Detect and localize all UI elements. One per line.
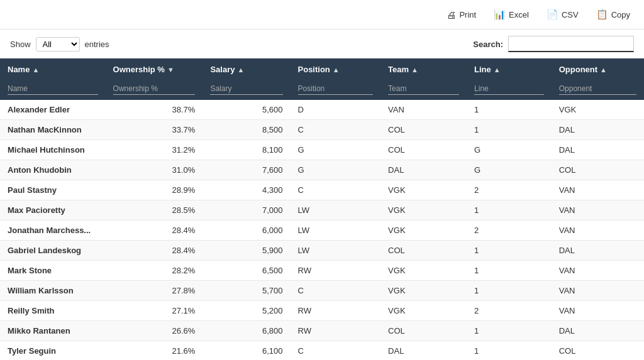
cell-team: COL: [380, 140, 467, 160]
cell-team: VGK: [380, 221, 467, 241]
filter-input-salary[interactable]: [210, 83, 282, 95]
cell-salary: 5,600: [203, 100, 290, 120]
cell-team: DAL: [380, 341, 467, 361]
filter-input-ownership[interactable]: [113, 83, 196, 95]
column-header-name[interactable]: Name▲: [0, 58, 106, 80]
cell-name: Alexander Edler: [0, 100, 106, 120]
column-header-team[interactable]: Team▲: [380, 58, 467, 80]
cell-line: 1: [467, 281, 552, 301]
cell-position: RW: [291, 301, 381, 321]
cell-ownership: 31.2%: [106, 140, 203, 160]
sort-icon-ownership: ▼: [167, 66, 174, 74]
cell-line: 2: [467, 301, 552, 321]
cell-salary: 6,100: [203, 341, 290, 361]
cell-opponent: DAL: [552, 241, 644, 261]
cell-line: 2: [467, 221, 552, 241]
cell-line: G: [467, 160, 552, 180]
table-row: William Karlsson27.8%5,700CVGK1VAN: [0, 281, 644, 301]
search-input[interactable]: [508, 36, 634, 52]
cell-salary: 6,500: [203, 261, 290, 281]
sort-icon-line: ▲: [494, 66, 501, 74]
filter-input-opponent[interactable]: [559, 83, 636, 95]
cell-position: C: [291, 281, 381, 301]
cell-position: RW: [291, 261, 381, 281]
cell-name: Tyler Seguin: [0, 341, 106, 361]
excel-label: Excel: [509, 10, 529, 19]
table-row: Jonathan Marchess...28.4%6,000LWVGK2VAN: [0, 221, 644, 241]
cell-ownership: 33.7%: [106, 120, 203, 140]
cell-line: 1: [467, 120, 552, 140]
cell-ownership: 28.4%: [106, 221, 203, 241]
cell-name: Max Pacioretty: [0, 200, 106, 221]
cell-position: D: [291, 100, 381, 120]
filter-input-position[interactable]: [298, 83, 374, 95]
table-row: Mark Stone28.2%6,500RWVGK1VAN: [0, 261, 644, 281]
column-label-opponent: Opponent: [559, 65, 597, 74]
column-header-salary[interactable]: Salary▲: [203, 58, 290, 80]
cell-team: VAN: [380, 100, 467, 120]
column-header-line[interactable]: Line▲: [467, 58, 552, 80]
csv-button[interactable]: 📄 CSV: [543, 6, 582, 23]
search-label: Search:: [473, 40, 503, 49]
table-row: Gabriel Landeskog28.4%5,900LWCOL1DAL: [0, 241, 644, 261]
cell-name: Anton Khudobin: [0, 160, 106, 180]
cell-opponent: DAL: [552, 120, 644, 140]
filter-cell-team: [380, 80, 467, 100]
filter-input-team[interactable]: [388, 83, 459, 95]
table-row: Tyler Seguin21.6%6,100CDAL1COL: [0, 341, 644, 361]
cell-salary: 5,700: [203, 281, 290, 301]
cell-opponent: DAL: [552, 321, 644, 341]
column-label-position: Position: [298, 65, 330, 74]
cell-name: Nathan MacKinnon: [0, 120, 106, 140]
cell-team: DAL: [380, 160, 467, 180]
table-row: Reilly Smith27.1%5,200RWVGK2VAN: [0, 301, 644, 321]
cell-team: VGK: [380, 180, 467, 200]
top-bar: 🖨 Print 📊 Excel 📄 CSV 📋 Copy: [0, 0, 644, 30]
cell-line: G: [467, 140, 552, 160]
cell-salary: 4,300: [203, 180, 290, 200]
cell-name: Reilly Smith: [0, 301, 106, 321]
sort-icon-team: ▲: [411, 66, 418, 74]
column-header-position[interactable]: Position▲: [291, 58, 381, 80]
cell-name: Michael Hutchinson: [0, 140, 106, 160]
cell-opponent: VAN: [552, 301, 644, 321]
print-button[interactable]: 🖨 Print: [443, 7, 480, 23]
cell-line: 2: [467, 180, 552, 200]
cell-position: C: [291, 341, 381, 361]
cell-name: William Karlsson: [0, 281, 106, 301]
cell-opponent: VAN: [552, 180, 644, 200]
cell-team: VGK: [380, 281, 467, 301]
filter-row: [0, 80, 644, 100]
filter-cell-position: [291, 80, 381, 100]
filter-input-name[interactable]: [8, 83, 98, 95]
cell-name: Jonathan Marchess...: [0, 221, 106, 241]
cell-opponent: VAN: [552, 261, 644, 281]
filter-cell-ownership: [106, 80, 203, 100]
cell-ownership: 27.1%: [106, 301, 203, 321]
cell-ownership: 28.2%: [106, 261, 203, 281]
copy-button[interactable]: 📋 Copy: [592, 6, 634, 23]
cell-ownership: 26.6%: [106, 321, 203, 341]
cell-line: 1: [467, 100, 552, 120]
filter-input-line[interactable]: [474, 83, 544, 95]
table-wrap: Name▲Ownership %▼Salary▲Position▲Team▲Li…: [0, 58, 644, 360]
cell-opponent: COL: [552, 160, 644, 180]
excel-button[interactable]: 📊 Excel: [490, 6, 533, 23]
column-label-salary: Salary: [210, 65, 235, 74]
csv-label: CSV: [562, 10, 579, 19]
sort-icon-opponent: ▲: [600, 66, 607, 74]
cell-opponent: COL: [552, 341, 644, 361]
column-header-ownership[interactable]: Ownership %▼: [106, 58, 203, 80]
filter-cell-line: [467, 80, 552, 100]
table-row: Paul Stastny28.9%4,300CVGK2VAN: [0, 180, 644, 200]
entries-select[interactable]: All102550100: [36, 37, 80, 52]
print-icon: 🖨: [447, 9, 456, 20]
cell-position: LW: [291, 241, 381, 261]
cell-name: Mikko Rantanen: [0, 321, 106, 341]
cell-position: LW: [291, 200, 381, 221]
column-label-name: Name: [8, 65, 30, 74]
column-header-opponent[interactable]: Opponent▲: [552, 58, 644, 80]
cell-name: Paul Stastny: [0, 180, 106, 200]
cell-line: 1: [467, 321, 552, 341]
cell-line: 1: [467, 200, 552, 221]
